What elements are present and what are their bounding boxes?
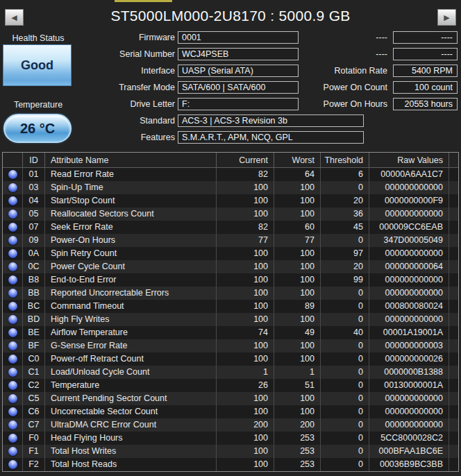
cell-raw: 0000000B1388 (369, 366, 449, 379)
status-cell (3, 418, 22, 432)
table-row[interactable]: BF G-Sense Error Rate 100 100 0 00000000… (3, 339, 458, 352)
cell-worst: 100 (274, 405, 320, 418)
cell-name: Reallocated Sectors Count (44, 207, 216, 221)
title-bar: ◀ ST5000LM000-2U8170 : 5000.9 GB ▶ (0, 0, 461, 31)
cell-filler (449, 313, 458, 326)
table-row[interactable]: BD High Fly Writes 100 100 0 00000000000… (3, 313, 458, 326)
blue-sphere-status-icon (8, 381, 17, 390)
table-row[interactable]: C6 Uncorrectable Sector Count 100 100 0 … (3, 405, 458, 418)
cell-worst: 77 (274, 234, 320, 247)
next-drive-button[interactable]: ▶ (437, 9, 456, 26)
info-field-value: ---- (393, 48, 458, 60)
cell-worst: 253 (274, 458, 320, 471)
cell-name: Read Error Rate (44, 168, 216, 181)
table-row[interactable]: F1 Total Host Writes 100 253 0 000BFAA1B… (3, 445, 458, 458)
blue-sphere-status-icon (8, 262, 17, 271)
table-row[interactable]: B8 End-to-End Error 100 100 99 000000000… (3, 273, 458, 287)
cell-worst: 100 (274, 313, 320, 326)
info-field-label: Rotation Rate (303, 65, 387, 77)
cell-worst: 89 (274, 300, 320, 313)
table-row[interactable]: BE Airflow Temperature 74 49 40 00001A19… (3, 326, 458, 339)
status-cell (3, 405, 22, 418)
cell-worst: 100 (274, 207, 320, 221)
table-row[interactable]: 09 Power-On Hours 77 77 0 347D00005049 (3, 234, 458, 247)
cell-raw: 000000000000 (369, 418, 449, 432)
cell-current: 100 (216, 287, 274, 300)
blue-sphere-status-icon (8, 236, 17, 245)
table-row[interactable]: C1 Load/Unload Cycle Count 1 1 0 0000000… (3, 366, 458, 379)
cell-filler (449, 392, 458, 405)
table-row[interactable]: 07 Seek Error Rate 82 60 45 000009CC6EAB (3, 221, 458, 234)
previous-drive-button[interactable]: ◀ (5, 9, 24, 26)
status-cell (3, 339, 22, 352)
cell-worst: 100 (274, 181, 320, 194)
cell-threshold: 0 (320, 366, 369, 379)
cell-worst: 60 (274, 221, 320, 234)
cell-name: UltraDMA CRC Error Count (44, 418, 216, 432)
blue-sphere-status-icon (8, 328, 17, 337)
cell-threshold: 0 (320, 352, 369, 366)
status-cell (3, 300, 22, 313)
cell-name: Load/Unload Cycle Count (44, 366, 216, 379)
table-row[interactable]: F0 Head Flying Hours 100 253 0 5CC800002… (3, 432, 458, 445)
blue-sphere-status-icon (8, 275, 17, 284)
cell-threshold: 6 (320, 168, 369, 181)
table-row[interactable]: 05 Reallocated Sectors Count 100 100 36 … (3, 207, 458, 221)
cell-filler (449, 458, 458, 471)
header-attribute: Attribute Name (44, 153, 216, 167)
info-field-value: ACS-3 | ACS-3 Revision 3b (178, 114, 364, 127)
cell-filler (449, 260, 458, 273)
cell-id: F2 (22, 458, 44, 471)
table-row[interactable]: C5 Current Pending Sector Count 100 100 … (3, 392, 458, 405)
blue-sphere-status-icon (8, 407, 17, 416)
cell-threshold: 36 (320, 207, 369, 221)
cell-worst: 100 (274, 260, 320, 273)
blue-sphere-status-icon (8, 289, 17, 298)
cell-raw: 000000000000 (369, 287, 449, 300)
table-row[interactable]: 0A Spin Retry Count 100 100 97 000000000… (3, 247, 458, 260)
cell-threshold: 45 (320, 221, 369, 234)
cell-raw: 00036B9BC3BB (369, 458, 449, 471)
cell-current: 100 (216, 247, 274, 260)
status-cell (3, 287, 22, 300)
cell-raw: 00000A6AA1C7 (369, 168, 449, 181)
cell-filler (449, 168, 458, 181)
table-row[interactable]: 03 Spin-Up Time 100 100 0 000000000000 (3, 181, 458, 194)
table-row[interactable]: C0 Power-off Retract Count 100 100 0 000… (3, 352, 458, 366)
status-cell (3, 260, 22, 273)
table-row[interactable]: C2 Temperature 26 51 0 00130000001A (3, 379, 458, 392)
cell-raw: 000000000000 (369, 392, 449, 405)
info-field-label: ---- (303, 31, 387, 44)
cell-raw: 00001A19001A (369, 326, 449, 339)
info-field-label: Power On Hours (303, 98, 387, 110)
blue-sphere-status-icon (8, 420, 17, 430)
cell-filler (449, 207, 458, 221)
info-field-label: ---- (303, 48, 387, 60)
table-row[interactable]: F2 Total Host Reads 100 253 0 00036B9BC3… (3, 458, 458, 471)
status-cell (3, 247, 22, 260)
table-row[interactable]: 04 Start/Stop Count 100 100 20 000000000… (3, 194, 458, 207)
cell-name: Command Timeout (44, 300, 216, 313)
cell-name: Reported Uncorrectable Errors (44, 287, 216, 300)
cell-name: Start/Stop Count (44, 194, 216, 207)
table-row[interactable]: C7 UltraDMA CRC Error Count 200 200 0 00… (3, 418, 458, 432)
cell-id: BB (22, 287, 44, 300)
cell-current: 100 (216, 392, 274, 405)
status-cell (3, 352, 22, 366)
cell-id: C5 (22, 392, 44, 405)
table-header: ID Attribute Name Current Worst Threshol… (3, 153, 458, 168)
blue-sphere-status-icon (8, 210, 17, 219)
drive-title: ST5000LM000-2U8170 : 5000.9 GB (31, 0, 430, 31)
status-cell (3, 207, 22, 221)
cell-raw: 000000000000 (369, 273, 449, 287)
cell-id: 03 (22, 181, 44, 194)
cell-threshold: 0 (320, 181, 369, 194)
table-row[interactable]: 0C Power Cycle Count 100 100 20 00000000… (3, 260, 458, 273)
cell-worst: 100 (274, 194, 320, 207)
cell-raw: 0000000000F9 (369, 194, 449, 207)
cell-threshold: 20 (320, 194, 369, 207)
cell-current: 100 (216, 313, 274, 326)
table-row[interactable]: BC Command Timeout 100 89 0 000800080024 (3, 300, 458, 313)
table-row[interactable]: BB Reported Uncorrectable Errors 100 100… (3, 287, 458, 300)
table-row[interactable]: 01 Read Error Rate 82 64 6 00000A6AA1C7 (3, 168, 458, 181)
